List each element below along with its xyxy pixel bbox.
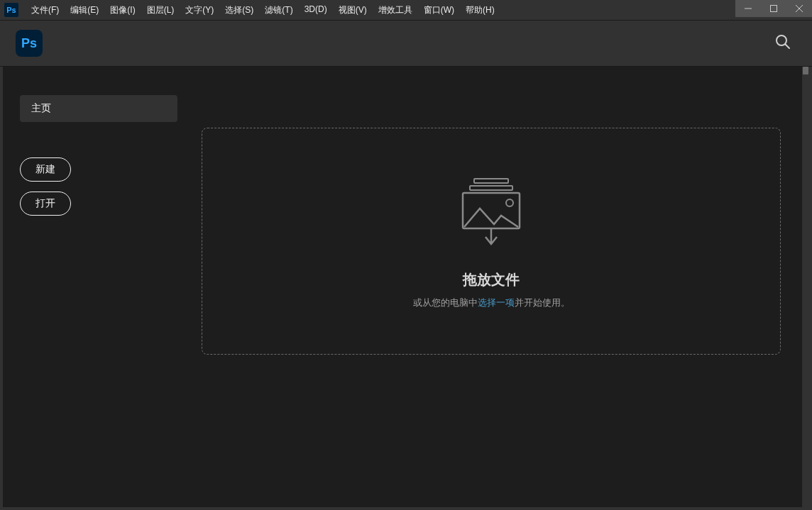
menu-help[interactable]: 帮助(H) — [461, 4, 499, 16]
menu-select[interactable]: 选择(S) — [221, 4, 258, 16]
app-icon-small-text: Ps — [6, 6, 16, 14]
app-logo[interactable]: Ps — [16, 30, 43, 57]
title-bar: Ps 文件(F) 编辑(E) 图像(I) 图层(L) 文字(Y) 选择(S) 滤… — [0, 0, 812, 20]
search-icon — [775, 34, 791, 50]
new-button[interactable]: 新建 — [20, 157, 71, 182]
open-button[interactable]: 打开 — [20, 192, 71, 216]
maximize-button[interactable] — [761, 0, 786, 17]
menu-window[interactable]: 窗口(W) — [419, 4, 459, 16]
svg-rect-6 — [474, 179, 508, 183]
home-sidebar: 主页 新建 打开 — [3, 67, 202, 507]
main-area: 拖放文件 或从您的电脑中选择一项并开始使用。 — [202, 67, 809, 507]
window-controls — [735, 0, 812, 17]
sidebar-actions: 新建 打开 — [20, 157, 185, 216]
tab-home[interactable]: 主页 — [20, 95, 177, 122]
menu-view[interactable]: 视图(V) — [334, 4, 371, 16]
drop-subtitle-suffix: 并开始使用。 — [515, 297, 570, 308]
menu-file[interactable]: 文件(F) — [27, 4, 63, 16]
vertical-scrollbar[interactable] — [802, 67, 809, 507]
menu-layer[interactable]: 图层(L) — [143, 4, 179, 16]
minimize-button[interactable] — [735, 0, 761, 17]
close-icon — [796, 5, 803, 12]
close-button[interactable] — [786, 0, 812, 17]
home-content: 主页 新建 打开 拖放文件 — [0, 67, 812, 510]
home-toolbar: Ps — [0, 20, 812, 67]
svg-rect-7 — [470, 186, 512, 190]
menu-3d[interactable]: 3D(D) — [300, 4, 331, 16]
search-button[interactable] — [775, 34, 791, 52]
drop-subtitle-prefix: 或从您的电脑中 — [413, 297, 478, 308]
tab-home-label: 主页 — [31, 102, 51, 113]
svg-point-9 — [506, 199, 513, 206]
svg-rect-1 — [771, 6, 777, 12]
menu-filter[interactable]: 滤镜(T) — [260, 4, 297, 16]
menu-type[interactable]: 文字(Y) — [181, 4, 218, 16]
drop-title: 拖放文件 — [463, 270, 520, 289]
app-logo-text: Ps — [21, 36, 37, 51]
drop-illustration-icon — [454, 173, 529, 250]
app-icon-small: Ps — [4, 3, 18, 17]
scrollbar-thumb[interactable] — [803, 67, 808, 74]
menu-image[interactable]: 图像(I) — [106, 4, 139, 16]
select-file-link[interactable]: 选择一项 — [478, 297, 515, 308]
drop-subtitle: 或从您的电脑中选择一项并开始使用。 — [413, 296, 570, 309]
svg-line-5 — [786, 45, 790, 49]
minimize-icon — [745, 5, 752, 12]
maximize-icon — [770, 5, 777, 12]
menu-plugins[interactable]: 增效工具 — [374, 4, 417, 16]
menu-bar: 文件(F) 编辑(E) 图像(I) 图层(L) 文字(Y) 选择(S) 滤镜(T… — [27, 4, 499, 16]
drop-zone[interactable]: 拖放文件 或从您的电脑中选择一项并开始使用。 — [202, 128, 781, 355]
menu-edit[interactable]: 编辑(E) — [66, 4, 103, 16]
new-button-label: 新建 — [35, 163, 55, 174]
open-button-label: 打开 — [35, 197, 55, 209]
